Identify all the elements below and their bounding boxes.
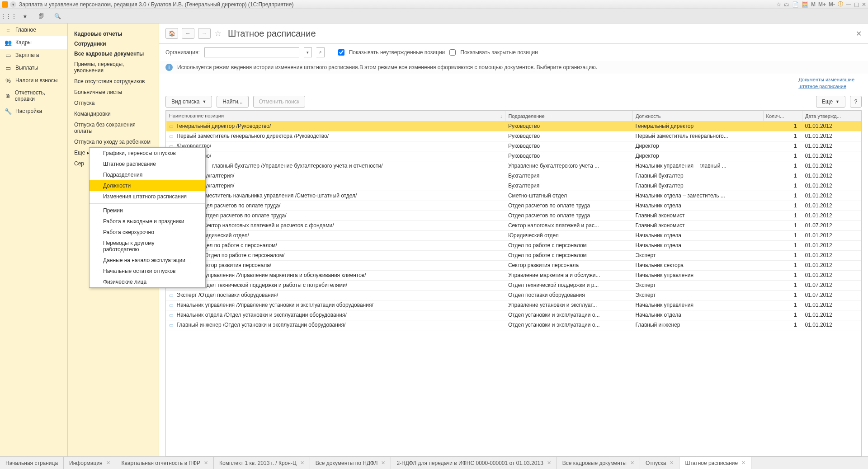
home-button[interactable]: 🏠 (165, 28, 178, 39)
menu-item[interactable]: Начальные остатки отпусков (90, 266, 205, 277)
titlebar-icon[interactable]: ☆ (776, 1, 781, 8)
m-icon[interactable]: M (811, 1, 816, 8)
subnav-header[interactable]: Кадровые отчеты (68, 29, 159, 39)
tab[interactable]: Начальная страница (0, 457, 64, 469)
maximize-icon[interactable]: ▢ (854, 1, 859, 8)
search-icon[interactable]: 🔍 (53, 12, 61, 20)
tab-close-icon[interactable]: ✕ (381, 460, 385, 466)
info-icon[interactable]: ⓘ (838, 0, 843, 8)
table-row[interactable]: ▭Начальник управления /Управление маркет… (166, 270, 861, 280)
menu-item[interactable]: Работа сверхурочно (90, 227, 205, 238)
tab-close-icon[interactable]: ✕ (547, 460, 551, 466)
show-unapproved-checkbox[interactable] (338, 49, 344, 56)
help-button[interactable]: ? (850, 96, 862, 108)
find-button[interactable]: Найти... (217, 96, 248, 108)
tab-close-icon[interactable]: ✕ (741, 460, 745, 466)
clipboard-icon[interactable]: 🗐 (37, 12, 45, 20)
more-button[interactable]: Еще▼ (816, 96, 845, 108)
table-row[interactable]: ▭отдела /Отдел расчетов по оплате труда/… (166, 201, 861, 211)
titlebar-icon[interactable]: 📄 (792, 1, 799, 8)
column-header[interactable]: Должность (632, 111, 763, 121)
table-row[interactable]: ▭Генеральный директор /Руководство/Руков… (166, 121, 861, 131)
tab-close-icon[interactable]: ✕ (630, 460, 634, 466)
table-row[interactable]: ▭категории /Отдел по работе с персоналом… (166, 250, 861, 260)
back-button[interactable]: ← (182, 28, 194, 39)
column-header[interactable]: Подразделение (505, 111, 632, 121)
subnav-link[interactable]: Отпуска (68, 98, 159, 108)
data-grid[interactable]: Наименование позиции ↓ПодразделениеДолжн… (165, 110, 862, 456)
favorite-icon[interactable]: ☆ (214, 28, 222, 38)
show-closed-checkbox[interactable] (449, 49, 456, 56)
tab[interactable]: 2-НДФЛ для передачи в ИФНС 0000-000001 о… (391, 457, 557, 469)
menu-item[interactable]: Графики, переносы отпусков (90, 148, 205, 159)
subnav-link[interactable]: Отпуска без сохранения оплаты (68, 119, 159, 136)
menu-item[interactable]: Переводы к другому работодателю (90, 238, 205, 255)
menu-item[interactable]: Данные на начало эксплуатации (90, 255, 205, 266)
tab-close-icon[interactable]: ✕ (670, 460, 674, 466)
tab-close-icon[interactable]: ✕ (106, 460, 110, 466)
table-row[interactable]: ▭Эксперт /Отдел поставки оборудования/От… (166, 290, 861, 300)
cancel-search-button[interactable]: Отменить поиск (253, 96, 305, 108)
table-row[interactable]: ▭ухгалтер /Бухгалтерия/БухгалтерияГлавны… (166, 181, 861, 191)
nav-item[interactable]: 👥Кадры (0, 36, 67, 49)
menu-item[interactable]: Изменения штатного расписания (90, 191, 205, 202)
column-header[interactable]: Наименование позиции ↓ (166, 111, 505, 121)
table-row[interactable]: ▭отдела /Юридический отдел/Юридический о… (166, 230, 861, 240)
table-row[interactable]: ▭/Руководство/РуководствоДиректор101.01.… (166, 151, 861, 161)
org-input[interactable] (204, 47, 299, 57)
column-header[interactable]: Дата утвержд... (802, 111, 861, 121)
table-row[interactable]: ▭сектора /Сектор развития персонала/Сект… (166, 260, 861, 270)
tab-close-icon[interactable]: ✕ (300, 460, 304, 466)
tab[interactable]: Штатное расписание✕ (679, 457, 751, 469)
menu-icon[interactable]: ⋮⋮⋮ (5, 12, 13, 20)
m-plus-icon[interactable]: M+ (818, 1, 826, 8)
page-close-icon[interactable]: ✕ (856, 29, 862, 38)
tab[interactable]: Комплект 1 кв. 2013 г. / Крон-Ц✕ (214, 457, 310, 469)
minimize-icon[interactable]: — (846, 1, 851, 8)
nav-item[interactable]: 🗎Отчетность, справки (0, 87, 67, 105)
documents-link[interactable]: Документы изменившие штатное расписание (798, 76, 854, 90)
nav-item[interactable]: ▭Зарплата (0, 49, 67, 61)
nav-item[interactable]: 🔧Настройка (0, 105, 67, 117)
tab[interactable]: Все кадровые документы✕ (557, 457, 640, 469)
star-icon[interactable]: ★ (21, 12, 29, 20)
tab[interactable]: Квартальная отчетность в ПФР✕ (116, 457, 214, 469)
table-row[interactable]: ▭/Руководство/РуководствоДиректор101.01.… (166, 141, 861, 151)
nav-item[interactable]: ≡Главное (0, 23, 67, 36)
forward-button[interactable]: → (198, 28, 211, 39)
table-row[interactable]: ▭Главный инженер /Отдел установки и эксп… (166, 320, 861, 330)
table-row[interactable]: ▭отдела – заместитель начальника управле… (166, 191, 861, 201)
menu-item[interactable]: Подразделения (90, 169, 205, 180)
m-minus-icon[interactable]: M- (829, 1, 835, 8)
menu-item[interactable]: Штатное расписание (90, 159, 205, 169)
subnav-header[interactable]: Сотрудники (68, 39, 159, 49)
table-row[interactable]: ▭Первый заместитель генерального директо… (166, 131, 861, 141)
table-row[interactable]: ▭кономист /Сектор налоговых платежей и р… (166, 220, 861, 230)
org-dropdown-icon[interactable]: ▾ (304, 47, 312, 57)
titlebar-icon[interactable]: 🗂 (784, 1, 789, 8)
column-header[interactable]: Колич... (763, 111, 802, 121)
menu-item[interactable]: Физические лица (90, 277, 205, 287)
menu-item[interactable]: Премии (90, 205, 205, 216)
view-mode-button[interactable]: Вид списка▼ (165, 96, 212, 108)
nav-item[interactable]: %Налоги и взносы (0, 74, 67, 87)
tab[interactable]: Информация✕ (64, 457, 116, 469)
close-icon[interactable]: ✕ (862, 1, 866, 8)
dropdown-icon[interactable]: ▾ (10, 1, 16, 8)
table-row[interactable]: ▭управления – главный бухгалтер /Управле… (166, 161, 861, 171)
subnav-link[interactable]: Отпуска по уходу за ребенком (68, 136, 159, 147)
subnav-link[interactable]: Приемы, переводы, увольнения (68, 59, 159, 76)
table-row[interactable]: ▭Эксперт /Отдел технической поддержки и … (166, 280, 861, 290)
subnav-link[interactable]: Командировки (68, 108, 159, 119)
subnav-header[interactable]: Все кадровые документы (68, 49, 159, 59)
table-row[interactable]: ▭Начальник управления /Управление устано… (166, 300, 861, 310)
table-row[interactable]: ▭кономист /Отдел расчетов по оплате труд… (166, 211, 861, 220)
org-open-icon[interactable]: ↗ (316, 47, 325, 57)
subnav-link[interactable]: Больничные листы (68, 87, 159, 98)
menu-item[interactable]: Должности (90, 180, 205, 191)
table-row[interactable]: ▭ухгалтер /Бухгалтерия/БухгалтерияГлавны… (166, 171, 861, 181)
nav-item[interactable]: ▭Выплаты (0, 61, 67, 74)
tab[interactable]: Отпуска✕ (640, 457, 679, 469)
table-row[interactable]: ▭отдела /Отдел по работе с персоналом/От… (166, 240, 861, 250)
subnav-link[interactable]: Все отсутствия сотрудников (68, 76, 159, 87)
